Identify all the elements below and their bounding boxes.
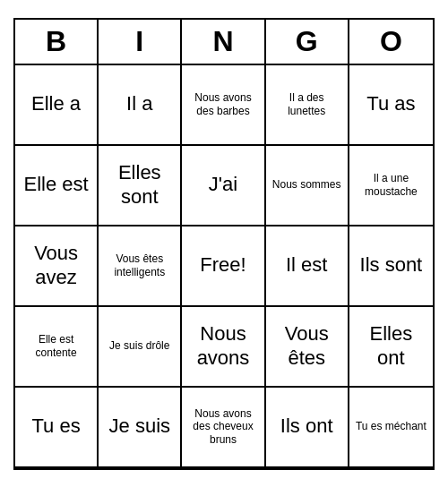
header-letter-n: N <box>182 20 265 64</box>
bingo-cell-16: Je suis drôle <box>99 307 182 388</box>
bingo-header: BINGO <box>15 20 433 65</box>
bingo-cell-13: Il est <box>266 226 349 307</box>
bingo-cell-24: Tu es méchant <box>349 388 433 468</box>
bingo-cell-4: Tu as <box>349 65 433 146</box>
bingo-cell-5: Elle est <box>15 146 99 226</box>
header-letter-g: G <box>266 20 349 64</box>
bingo-card: BINGO Elle aIl aNous avons des barbesIl … <box>13 18 435 470</box>
header-letter-b: B <box>15 20 99 64</box>
bingo-cell-22: Nous avons des cheveux bruns <box>182 388 265 468</box>
header-letter-o: O <box>349 20 433 64</box>
bingo-cell-17: Nous avons <box>182 307 265 388</box>
bingo-cell-3: Il a des lunettes <box>266 65 349 146</box>
bingo-cell-0: Elle a <box>15 65 99 146</box>
bingo-cell-6: Elles sont <box>99 146 182 226</box>
bingo-cell-23: Ils ont <box>266 388 349 468</box>
bingo-cell-14: Ils sont <box>349 226 433 307</box>
bingo-cell-20: Tu es <box>15 388 99 468</box>
bingo-cell-2: Nous avons des barbes <box>182 65 265 146</box>
bingo-cell-11: Vous êtes intelligents <box>99 226 182 307</box>
bingo-cell-12: Free! <box>182 226 265 307</box>
bingo-cell-21: Je suis <box>99 388 182 468</box>
bingo-cell-10: Vous avez <box>15 226 99 307</box>
bingo-cell-1: Il a <box>99 65 182 146</box>
bingo-cell-18: Vous êtes <box>266 307 349 388</box>
bingo-cell-19: Elles ont <box>349 307 433 388</box>
bingo-grid: Elle aIl aNous avons des barbesIl a des … <box>15 65 433 468</box>
header-letter-i: I <box>99 20 182 64</box>
bingo-cell-8: Nous sommes <box>266 146 349 226</box>
bingo-cell-9: Il a une moustache <box>349 146 433 226</box>
bingo-cell-15: Elle est contente <box>15 307 99 388</box>
bingo-cell-7: J'ai <box>182 146 265 226</box>
